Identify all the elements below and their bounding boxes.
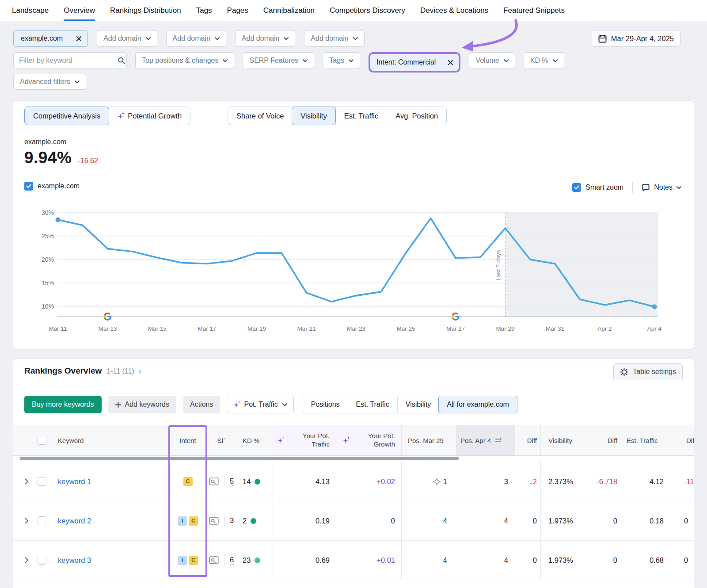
advanced-filters-button[interactable]: Advanced filters (13, 74, 86, 90)
sf-cell: 5 (205, 462, 237, 501)
pot-growth-value: +0.02 (376, 477, 395, 486)
nav-item-rankings-distribution[interactable]: Rankings Distribution (110, 0, 181, 21)
pot-growth-value: +0.01 (376, 556, 395, 565)
nav-item-featured-snippets[interactable]: Featured Snippets (503, 0, 565, 21)
buy-more-keywords-button[interactable]: Buy more keywords (24, 396, 102, 413)
visibility-value: 9.94% (24, 149, 72, 167)
serp-features-icon (209, 477, 219, 485)
keyword-link[interactable]: keyword 1 (58, 477, 91, 486)
row-checkbox[interactable] (38, 477, 46, 486)
date-range-picker[interactable]: Mar 29-Apr 4, 2025 (592, 30, 680, 47)
pos-start-cell: 4 (401, 501, 456, 540)
diff-value: 0 (533, 517, 537, 525)
tab-est-traffic[interactable]: Est. Traffic (335, 107, 387, 125)
svg-text:Apr 2: Apr 2 (597, 325, 612, 332)
intent-badge-informational[interactable]: I (178, 556, 187, 565)
add-domain-button-1[interactable]: Add domain (97, 30, 157, 47)
remove-intent-filter-icon[interactable] (442, 54, 459, 71)
filter-dropdown-top-positions-changes[interactable]: Top positions & changes (135, 52, 234, 69)
nav-item-devices-locations[interactable]: Devices & Locations (420, 0, 488, 21)
est-traffic-diff-cell: 0 (667, 501, 694, 540)
check-icon (574, 185, 579, 190)
horizontal-scrollbar[interactable] (20, 457, 459, 460)
pot-traffic-cell: 0.19 (273, 501, 335, 540)
intent-badge-informational[interactable]: I (178, 516, 187, 526)
tab-potential-growth[interactable]: Potential Growth (109, 107, 190, 125)
intent-commercial-filter-chip[interactable]: Intent: Commercial (370, 54, 459, 71)
row-expander[interactable] (20, 501, 33, 540)
filter-dropdown-label: Tags (329, 57, 344, 65)
plus-icon (115, 402, 121, 408)
col-diff3: Diff (667, 425, 694, 455)
keyword-search-button[interactable] (116, 53, 126, 69)
remove-domain-icon[interactable] (70, 31, 87, 46)
add-domain-button-2[interactable]: Add domain (166, 30, 226, 47)
sf-count[interactable]: 3 (230, 516, 234, 525)
row-checkbox[interactable] (38, 556, 46, 565)
nav-item-tags[interactable]: Tags (196, 0, 212, 21)
visibility-panel: Competitive AnalysisPotential Growth Sha… (13, 101, 694, 349)
tab-visibility[interactable]: Visibility (292, 107, 335, 125)
pot-traffic-cell: 4.13 (273, 462, 335, 501)
row-expander[interactable] (20, 462, 33, 501)
row-expander[interactable] (20, 541, 33, 580)
tab-competitive-analysis[interactable]: Competitive Analysis (24, 107, 109, 125)
select-all-checkbox[interactable] (38, 436, 46, 445)
pos-end-cell: 3 (456, 462, 515, 501)
filter-dropdown-serp-features[interactable]: SERP Features (243, 52, 314, 69)
smart-zoom-checkbox[interactable] (572, 183, 581, 192)
col-diff2: Diff (579, 425, 621, 455)
row-checkbox[interactable] (38, 516, 46, 525)
table-settings-button[interactable]: Table settings (613, 363, 683, 380)
tab-avg-position[interactable]: Avg. Position (387, 107, 446, 125)
nav-item-cannibalization[interactable]: Cannibalization (263, 0, 315, 21)
col-diff: Diff (515, 425, 540, 455)
filter-dropdown-label: Volume (475, 57, 499, 65)
keyword-filter-input[interactable] (14, 53, 116, 69)
keyword-link[interactable]: keyword 2 (58, 517, 91, 525)
metric-domain: example.com (24, 138, 66, 146)
intent-badge-commercial[interactable]: C (189, 556, 198, 565)
header-spacer (20, 425, 33, 455)
filter-dropdown-kd-[interactable]: KD % (524, 52, 564, 69)
domain-chip[interactable]: example.com (13, 30, 88, 47)
filter-dropdown-volume[interactable]: Volume (469, 52, 515, 69)
view-tab-visibility[interactable]: Visibility (397, 396, 439, 413)
col-pos-end-sort[interactable]: Pos. Apr 4 (456, 425, 515, 455)
nav-item-competitors-discovery[interactable]: Competitors Discovery (330, 0, 405, 21)
keyword-link[interactable]: keyword 3 (58, 556, 91, 565)
pot-traffic-dropdown[interactable]: Pot. Traffic (227, 396, 293, 413)
view-tab-positions[interactable]: Positions (303, 396, 348, 413)
notes-button[interactable]: Notes (642, 183, 681, 191)
rankings-panel: Rankings Overview 1-11 (11) i Table sett… (13, 359, 694, 588)
row-checkbox-cell (33, 541, 51, 580)
actions-button[interactable]: Actions (183, 396, 220, 413)
tab-share-of-voice[interactable]: Share of Voice (228, 107, 292, 125)
info-icon[interactable]: i (139, 367, 141, 375)
sf-count[interactable]: 6 (230, 556, 234, 565)
est-traffic-cell: 0.18 (621, 501, 667, 540)
view-tab-all-for-example-com[interactable]: All for example.com (438, 396, 517, 413)
visibility-chart: 30%25%20%15%10%Last 7 daysMar 11Mar 13Ma… (13, 200, 694, 338)
sf-count[interactable]: 5 (230, 477, 234, 486)
chevron-down-icon (553, 59, 558, 62)
nav-item-landscape[interactable]: Landscape (12, 0, 49, 21)
tab-label: Share of Voice (236, 112, 284, 120)
intent-badge-commercial[interactable]: C (183, 477, 193, 486)
row-checkbox-cell (33, 462, 51, 501)
add-domain-button-3[interactable]: Add domain (235, 30, 295, 47)
series-checkbox[interactable] (24, 182, 33, 191)
filter-dropdown-tags[interactable]: Tags (323, 52, 360, 69)
intent-badge-commercial[interactable]: C (189, 516, 198, 526)
notes-label: Notes (654, 183, 673, 191)
nav-item-pages[interactable]: Pages (227, 0, 248, 21)
view-tab-est-traffic[interactable]: Est. Traffic (348, 396, 397, 413)
est-traffic-cell: 0.68 (621, 541, 667, 580)
add-domain-button-4[interactable]: Add domain (304, 30, 364, 47)
add-keywords-button[interactable]: Add keywords (108, 396, 177, 413)
add-keywords-label: Add keywords (125, 401, 170, 409)
add-domain-label: Add domain (173, 34, 210, 42)
nav-item-overview[interactable]: Overview (64, 0, 95, 21)
tab-label: Competitive Analysis (33, 112, 100, 120)
view-tab-label: All for example.com (447, 401, 509, 409)
